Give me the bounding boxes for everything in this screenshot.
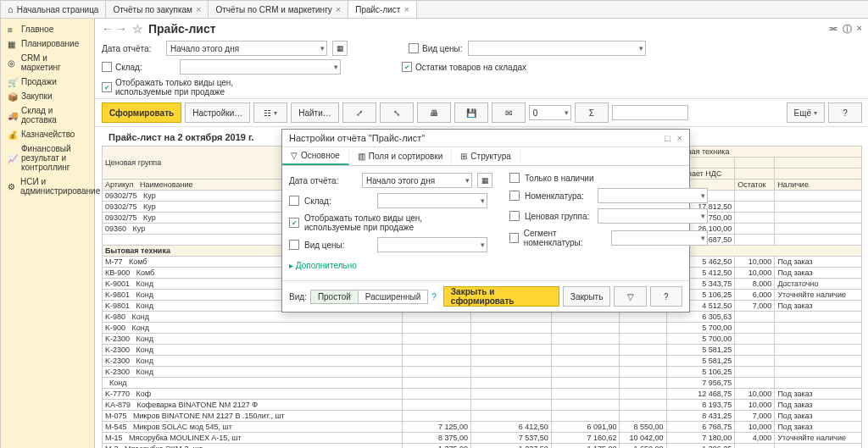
close-button[interactable]: Закрыть — [563, 286, 611, 307]
generate-button[interactable]: Сформировать — [102, 102, 181, 123]
tab-pricelist[interactable]: Прайс-лист× — [348, 1, 417, 18]
settings-dialog: Настройки отчёта "Прайс-лист" □× ▽Основн… — [281, 129, 690, 312]
dlg-segment-check[interactable] — [509, 233, 519, 243]
dlg-warehouse-check[interactable] — [289, 196, 299, 206]
tab-home[interactable]: ⌂Начальная страница — [1, 1, 106, 18]
table-row[interactable]: K-900 Конд5 700,00 — [103, 323, 862, 334]
nav-main[interactable]: ≡Главное — [1, 22, 94, 36]
dlg-pricetype-check[interactable] — [289, 240, 299, 250]
close-and-generate-button[interactable]: Закрыть и сформировать — [443, 286, 559, 307]
table-row[interactable]: K-980 Конд6 305,63 — [103, 312, 862, 323]
dlg-warehouse-select[interactable]: ▾ — [377, 193, 487, 208]
level-select[interactable]: 0▾ — [529, 105, 571, 120]
sum-button[interactable]: Σ — [575, 102, 609, 123]
sales-icon: 🛒 — [8, 78, 16, 86]
back-icon[interactable]: ← — [102, 22, 114, 36]
settings-button[interactable]: Настройки… — [185, 102, 250, 123]
table-row[interactable]: K-2300 Конд5 700,00 — [103, 334, 862, 345]
sidebar: ≡Главное ▦Планирование ◎CRM и маркетинг … — [1, 19, 95, 448]
dlg-more-link[interactable]: ▸ Дополнительно — [289, 257, 492, 274]
nav-crm[interactable]: ◎CRM и маркетинг — [1, 51, 94, 75]
close-icon[interactable]: × — [403, 4, 409, 14]
dlg-pricegroup-check[interactable] — [509, 211, 520, 221]
sum-field[interactable] — [612, 105, 688, 120]
chevron-down-icon: ▾ — [334, 63, 338, 71]
calendar-button[interactable]: ▦ — [477, 173, 492, 188]
menu-icon: ≡ — [8, 25, 16, 34]
help-button[interactable]: ? — [828, 102, 862, 123]
tab-purchases[interactable]: Отчёты по закупкам× — [106, 1, 209, 18]
dlg-instock-check[interactable] — [509, 173, 520, 183]
dlg-nomenclature-select[interactable]: ▾ — [598, 188, 708, 203]
finance-icon: 📈 — [8, 154, 16, 163]
crm-icon: ◎ — [8, 58, 16, 67]
table-row[interactable]: K-7770 Коф12 468,7510,000Под заказ — [103, 389, 862, 400]
dialog-minimize-icon[interactable]: □ — [665, 133, 670, 143]
balance-checkbox[interactable]: ✔Остатки товаров на складах — [402, 62, 526, 72]
table-row[interactable]: M-15 Мясорубка MOULINEX A-15, шт8 375,00… — [103, 433, 862, 444]
table-row[interactable]: K-2300 Конд5 581,25 — [103, 345, 862, 356]
admin-icon: ⚙ — [8, 182, 15, 191]
dlg-pricetype-select[interactable]: ▾ — [377, 237, 487, 252]
calendar-button[interactable]: ▦ — [332, 41, 348, 56]
save-button[interactable]: 💾 — [454, 102, 488, 123]
home-icon: ⌂ — [8, 4, 14, 14]
dlg-segment-select[interactable]: ▾ — [611, 230, 708, 246]
table-row[interactable]: K-2300 Конд5 106,25 — [103, 367, 862, 378]
help-icon[interactable]: ? — [431, 292, 437, 301]
detach-icon[interactable]: ⫘ — [828, 23, 837, 36]
nav-treasury[interactable]: 💰Казначейство — [1, 127, 94, 141]
pricetype-select[interactable]: ▾ — [468, 41, 646, 56]
date-select[interactable]: Начало этого дня▾ — [166, 41, 327, 56]
variants-button[interactable]: ☷▾ — [253, 102, 287, 123]
nav-purchases[interactable]: 📦Закупки — [1, 89, 94, 103]
tab-crm[interactable]: Отчёты по CRM и маркетингу× — [209, 1, 348, 18]
close-icon[interactable]: × — [336, 4, 341, 14]
find-button[interactable]: Найти… — [291, 102, 339, 123]
star-icon[interactable]: ☆ — [132, 22, 143, 36]
nav-finance[interactable]: 📈Финансовый результат и контроллинг — [1, 141, 94, 174]
print-button[interactable]: 🖶 — [417, 102, 451, 123]
more-button[interactable]: Ещё▾ — [787, 102, 825, 123]
close-icon[interactable]: × — [857, 23, 862, 36]
view-advanced[interactable]: Расширенный — [359, 290, 427, 303]
table-row[interactable]: M-545 Микров SOLAC мод 545, шт7 125,006 … — [103, 422, 862, 433]
collapse-button[interactable]: ⤡ — [380, 102, 414, 123]
table-row[interactable]: K-2300 Конд5 581,25 — [103, 356, 862, 367]
purchases-icon: 📦 — [8, 92, 16, 101]
dlg-nomenclature-check[interactable] — [509, 191, 520, 201]
warehouse-checkbox[interactable]: Склад: — [102, 62, 175, 72]
dialog-title: Настройки отчёта "Прайс-лист" — [289, 133, 425, 143]
dlg-pricegroup-select[interactable]: ▾ — [598, 208, 708, 224]
date-label: Дата отчёта: — [102, 44, 161, 53]
forward-icon[interactable]: → — [115, 22, 127, 36]
pricetype-checkbox[interactable]: Вид цены: — [409, 43, 463, 53]
nav-planning[interactable]: ▦Планирование — [1, 36, 94, 51]
table-row[interactable]: M-3 Мясорубка ЭКМ-3, шт1 375,001 237,501… — [103, 444, 862, 449]
table-row[interactable]: M-075 Микров BINATONE NM 2127 В .150лит.… — [103, 411, 862, 422]
table-row[interactable]: Конд7 956,75 — [103, 378, 862, 389]
table-row[interactable]: KA-879 Кофеварка BINATONE NM 2127 Ф8 193… — [103, 400, 862, 411]
dialog-tab-main[interactable]: ▽Основное — [282, 147, 349, 165]
nav-warehouse[interactable]: 🚚Склад и доставка — [1, 103, 94, 127]
nav-admin[interactable]: ⚙НСИ и администрирование — [1, 174, 94, 198]
help-icon[interactable]: ⓘ — [843, 23, 852, 36]
dlg-only-used-check[interactable]: ✔ — [289, 218, 299, 228]
expand-button[interactable]: ⤢ — [342, 102, 376, 123]
tree-icon: ⊞ — [460, 152, 467, 161]
funnel-icon: ▽ — [291, 151, 298, 160]
view-simple[interactable]: Простой — [311, 290, 359, 303]
mail-button[interactable]: ✉ — [492, 102, 526, 123]
dlg-help-button[interactable]: ? — [650, 286, 682, 307]
view-mode-toggle[interactable]: Простой Расширенный — [310, 290, 428, 304]
dlg-date-select[interactable]: Начало этого дня▾ — [362, 173, 472, 188]
filter-button[interactable]: ▽ — [614, 286, 646, 307]
only-used-checkbox[interactable]: ✔Отображать только виды цен, используемы… — [102, 78, 233, 97]
close-icon[interactable]: × — [196, 4, 201, 14]
dialog-tab-structure[interactable]: ⊞Структура — [452, 147, 520, 165]
nav-sales[interactable]: 🛒Продажи — [1, 75, 94, 89]
dialog-tab-fields[interactable]: ▥Поля и сортировки — [349, 147, 453, 165]
dialog-close-icon[interactable]: × — [677, 133, 682, 143]
chevron-down-icon: ▾ — [639, 44, 643, 53]
warehouse-select[interactable]: ▾ — [180, 59, 341, 75]
